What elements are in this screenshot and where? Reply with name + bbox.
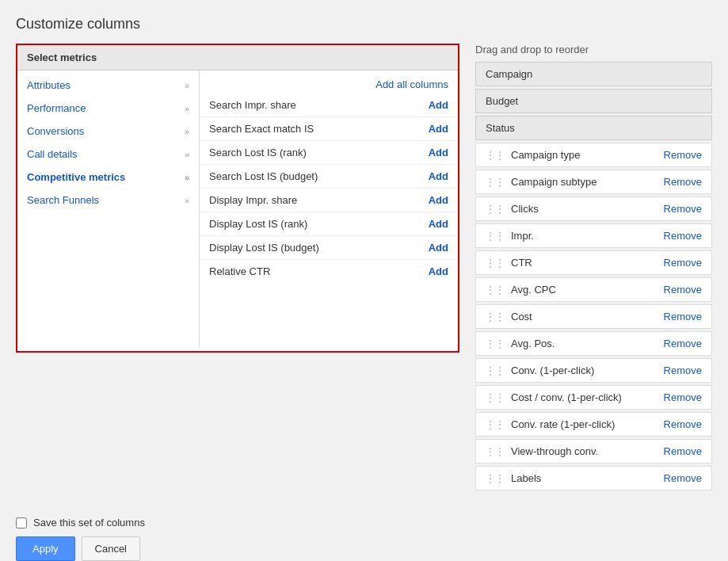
col-label-wrap: ⋮⋮ Avg. CPC bbox=[486, 284, 664, 296]
metrics-nav: Attributes»Performance»Conversions»Call … bbox=[17, 71, 200, 348]
remove-column-link[interactable]: Remove bbox=[664, 149, 702, 161]
draggable-column[interactable]: ⋮⋮ Cost / conv. (1-per-click) Remove bbox=[475, 385, 712, 410]
metric-name: Search Lost IS (budget) bbox=[209, 170, 318, 182]
metrics-nav-item-attributes[interactable]: Attributes» bbox=[17, 74, 199, 97]
draggable-column[interactable]: ⋮⋮ CTR Remove bbox=[475, 250, 712, 275]
nav-arrow-icon: » bbox=[185, 127, 189, 136]
drag-handle-icon: ⋮⋮ bbox=[486, 365, 505, 376]
metrics-nav-item-search_funnels[interactable]: Search Funnels» bbox=[17, 189, 199, 212]
column-label: View-through conv. bbox=[511, 445, 598, 457]
remove-column-link[interactable]: Remove bbox=[664, 364, 702, 376]
add-metric-link[interactable]: Add bbox=[429, 99, 448, 111]
metrics-nav-item-performance[interactable]: Performance» bbox=[17, 97, 199, 120]
draggable-column[interactable]: ⋮⋮ View-through conv. Remove bbox=[475, 439, 712, 464]
nav-label: Search Funnels bbox=[27, 194, 99, 206]
drag-handle-icon: ⋮⋮ bbox=[486, 150, 505, 161]
drag-handle-icon: ⋮⋮ bbox=[486, 338, 505, 349]
save-columns-checkbox[interactable] bbox=[16, 517, 27, 529]
remove-column-link[interactable]: Remove bbox=[664, 311, 702, 322]
drag-handle-icon: ⋮⋮ bbox=[486, 473, 505, 484]
save-columns-label: Save this set of columns bbox=[33, 517, 145, 529]
draggable-column[interactable]: ⋮⋮ Avg. CPC Remove bbox=[475, 277, 712, 302]
draggable-column[interactable]: ⋮⋮ Conv. rate (1-per-click) Remove bbox=[475, 412, 712, 437]
metrics-nav-item-call_details[interactable]: Call details» bbox=[17, 143, 199, 166]
actions-row: Apply Cancel bbox=[16, 536, 712, 561]
remove-column-link[interactable]: Remove bbox=[664, 391, 702, 403]
draggable-column[interactable]: ⋮⋮ Clicks Remove bbox=[475, 197, 712, 221]
cancel-button[interactable]: Cancel bbox=[82, 536, 140, 561]
add-metric-link[interactable]: Add bbox=[429, 242, 448, 254]
drag-handle-icon: ⋮⋮ bbox=[486, 258, 505, 269]
nav-label: Attributes bbox=[27, 79, 71, 91]
metric-row: Display Impr. shareAdd bbox=[200, 189, 458, 212]
draggable-column[interactable]: ⋮⋮ Cost Remove bbox=[475, 304, 712, 329]
metric-name: Display Impr. share bbox=[209, 194, 297, 206]
add-metric-link[interactable]: Add bbox=[429, 147, 448, 158]
col-label-wrap: ⋮⋮ Impr. bbox=[486, 230, 664, 242]
metric-name: Display Lost IS (rank) bbox=[209, 218, 307, 230]
draggable-column[interactable]: ⋮⋮ Campaign type Remove bbox=[475, 143, 712, 167]
metric-row: Relative CTRAdd bbox=[200, 260, 458, 283]
column-label: Avg. Pos. bbox=[511, 338, 555, 349]
fixed-column: Status bbox=[475, 116, 712, 140]
metric-row: Search Exact match ISAdd bbox=[200, 117, 458, 141]
column-label: CTR bbox=[511, 257, 532, 269]
col-label-wrap: ⋮⋮ Cost bbox=[486, 311, 664, 322]
apply-button[interactable]: Apply bbox=[16, 536, 75, 561]
main-content: Select metrics Attributes»Performance»Co… bbox=[16, 44, 712, 493]
column-label: Conv. rate (1-per-click) bbox=[511, 418, 615, 430]
col-label-wrap: ⋮⋮ Campaign type bbox=[486, 149, 664, 161]
remove-column-link[interactable]: Remove bbox=[664, 284, 702, 296]
metric-name: Relative CTR bbox=[209, 265, 270, 277]
drag-handle-icon: ⋮⋮ bbox=[486, 392, 505, 403]
remove-column-link[interactable]: Remove bbox=[664, 230, 702, 242]
column-label: Conv. (1-per-click) bbox=[511, 364, 594, 376]
drag-handle-icon: ⋮⋮ bbox=[486, 231, 505, 242]
metrics-nav-item-conversions[interactable]: Conversions» bbox=[17, 120, 199, 143]
drag-handle-icon: ⋮⋮ bbox=[486, 311, 505, 322]
nav-label: Competitive metrics bbox=[27, 171, 125, 183]
col-label-wrap: ⋮⋮ Conv. rate (1-per-click) bbox=[486, 418, 664, 430]
nav-arrow-icon: » bbox=[185, 196, 189, 205]
draggable-column[interactable]: ⋮⋮ Avg. Pos. Remove bbox=[475, 331, 712, 356]
metric-row: Search Lost IS (rank)Add bbox=[200, 141, 458, 165]
remove-column-link[interactable]: Remove bbox=[664, 472, 702, 484]
metric-row: Display Lost IS (budget)Add bbox=[200, 236, 458, 260]
draggable-column[interactable]: ⋮⋮ Impr. Remove bbox=[475, 223, 712, 248]
add-metric-link[interactable]: Add bbox=[429, 123, 448, 135]
select-metrics-panel: Select metrics Attributes»Performance»Co… bbox=[16, 44, 459, 353]
col-label-wrap: ⋮⋮ Campaign subtype bbox=[486, 176, 664, 188]
metric-name: Search Exact match IS bbox=[209, 123, 314, 135]
page-title: Customize columns bbox=[16, 16, 712, 32]
remove-column-link[interactable]: Remove bbox=[664, 203, 702, 215]
select-metrics-body: Attributes»Performance»Conversions»Call … bbox=[17, 71, 458, 348]
add-metric-link[interactable]: Add bbox=[429, 218, 448, 230]
add-all-columns-link[interactable]: Add all columns bbox=[375, 78, 448, 90]
column-label: Avg. CPC bbox=[511, 284, 556, 296]
add-metric-link[interactable]: Add bbox=[429, 194, 448, 206]
drag-handle-icon: ⋮⋮ bbox=[486, 284, 505, 296]
nav-arrow-icon: » bbox=[185, 173, 189, 182]
add-metric-link[interactable]: Add bbox=[429, 265, 448, 277]
remove-column-link[interactable]: Remove bbox=[664, 257, 702, 269]
draggable-column[interactable]: ⋮⋮ Conv. (1-per-click) Remove bbox=[475, 358, 712, 383]
drag-handle-icon: ⋮⋮ bbox=[486, 204, 505, 215]
metric-row: Display Lost IS (rank)Add bbox=[200, 212, 458, 236]
col-label-wrap: ⋮⋮ Avg. Pos. bbox=[486, 338, 664, 349]
add-metric-link[interactable]: Add bbox=[429, 170, 448, 182]
draggable-column[interactable]: ⋮⋮ Labels Remove bbox=[475, 466, 712, 490]
col-label-wrap: ⋮⋮ Cost / conv. (1-per-click) bbox=[486, 391, 664, 403]
nav-label: Conversions bbox=[27, 125, 84, 137]
metric-name: Display Lost IS (budget) bbox=[209, 242, 319, 254]
reorder-panel: Drag and drop to reorder CampaignBudgetS… bbox=[475, 44, 712, 493]
remove-column-link[interactable]: Remove bbox=[664, 418, 702, 430]
metrics-list: Add all columns Search Impr. shareAddSea… bbox=[200, 71, 458, 348]
remove-column-link[interactable]: Remove bbox=[664, 176, 702, 188]
remove-column-link[interactable]: Remove bbox=[664, 338, 702, 349]
col-label-wrap: ⋮⋮ View-through conv. bbox=[486, 445, 664, 457]
draggable-columns: ⋮⋮ Campaign type Remove ⋮⋮ Campaign subt… bbox=[475, 143, 712, 490]
remove-column-link[interactable]: Remove bbox=[664, 445, 702, 457]
draggable-column[interactable]: ⋮⋮ Campaign subtype Remove bbox=[475, 170, 712, 194]
metrics-nav-item-competitive_metrics[interactable]: Competitive metrics» bbox=[17, 166, 199, 189]
column-label: Impr. bbox=[511, 230, 534, 242]
